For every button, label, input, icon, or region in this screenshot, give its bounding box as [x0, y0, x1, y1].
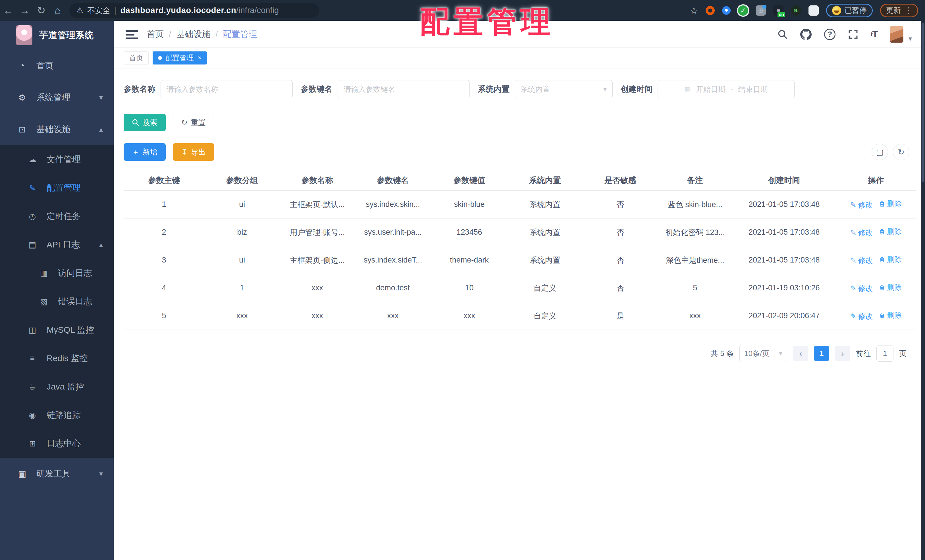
access-log-icon: ▥	[38, 268, 50, 278]
edit-link[interactable]: ✎修改	[850, 283, 873, 294]
github-icon[interactable]	[800, 29, 812, 40]
extension-pin-icon[interactable]	[722, 6, 731, 15]
table-cell: sys.index.sideT...	[355, 246, 431, 274]
date-start-placeholder: 开始日期	[696, 84, 726, 94]
extension-list-icon[interactable]: ≡cn	[773, 5, 783, 16]
edit-link[interactable]: ✎修改	[850, 228, 873, 238]
scrollbar[interactable]	[921, 21, 925, 560]
builtin-select[interactable]: 系统内置 ▾	[515, 80, 613, 98]
column-header: 操作	[836, 170, 916, 191]
trash-icon	[879, 284, 886, 291]
collapse-menu-icon[interactable]	[126, 28, 138, 40]
table-cell: theme-dark	[431, 246, 508, 274]
delete-link[interactable]: 删除	[879, 227, 902, 237]
sidebar-item-日志中心[interactable]: ⊞日志中心	[0, 429, 114, 458]
table-cell: 2021-01-05 17:03:48	[732, 191, 836, 218]
sidebar-item-访问日志[interactable]: ▥访问日志	[0, 259, 114, 287]
delete-link[interactable]: 删除	[879, 254, 902, 265]
delete-link[interactable]: 删除	[879, 310, 902, 320]
reload-icon[interactable]: ↻	[33, 5, 50, 17]
table-cell: biz	[204, 218, 280, 246]
sidebar-item-Java 监控[interactable]: ☕Java 监控	[0, 372, 114, 401]
tab-首页[interactable]: 首页	[124, 51, 149, 65]
sidebar-item-研发工具[interactable]: ▣研发工具▾	[0, 458, 114, 489]
main-content: 参数名称 参数键名 系统内置 系统内置 ▾ 创建时间 ▦ 开始日期 - 结束日期…	[114, 68, 925, 560]
kebab-menu-icon[interactable]: ⋮	[904, 6, 912, 15]
prev-page-button[interactable]: ‹	[793, 346, 808, 361]
delete-link[interactable]: 删除	[879, 199, 902, 209]
breadcrumb-item[interactable]: 首页	[147, 29, 164, 40]
home-icon[interactable]: ⌂	[50, 5, 66, 17]
goto-page-input[interactable]	[877, 345, 893, 362]
sidebar-item-首页[interactable]: ◔首页	[0, 50, 114, 81]
extension-orange-icon[interactable]	[706, 6, 715, 15]
scrollbar-thumb[interactable]	[922, 23, 924, 182]
app-logo[interactable]: 芋道管理系统	[0, 21, 114, 50]
tab-配置管理[interactable]: 配置管理×	[153, 51, 207, 65]
user-avatar[interactable]	[890, 26, 903, 43]
extensions-puzzle-icon[interactable]	[809, 5, 819, 16]
breadcrumb-item[interactable]: 基础设施	[176, 29, 210, 40]
address-bar[interactable]: ⚠ 不安全 | dashboard.yudao.iocoder.cn/infra…	[69, 3, 319, 18]
help-icon[interactable]: ?	[824, 29, 836, 40]
sidebar-item-文件管理[interactable]: ☁文件管理	[0, 145, 114, 174]
sidebar-item-API 日志[interactable]: ▤API 日志▴	[0, 230, 114, 259]
url-path: /infra/config	[236, 6, 279, 15]
sidebar-item-Redis 监控[interactable]: ≡Redis 监控	[0, 344, 114, 372]
bookmark-star-icon[interactable]: ☆	[690, 5, 698, 16]
close-icon[interactable]: ×	[198, 54, 202, 62]
delete-link[interactable]: 删除	[879, 282, 902, 292]
next-page-button[interactable]: ›	[835, 346, 850, 361]
zoom-table-button[interactable]: ▢	[872, 144, 888, 160]
eye-icon: ◉	[26, 411, 39, 420]
param-key-input[interactable]	[343, 85, 464, 94]
table-row: 3ui主框架页-侧边...sys.index.sideT...theme-dar…	[124, 246, 916, 274]
reset-button[interactable]: ↻ 重置	[173, 114, 214, 131]
table-cell: 用户管理-账号...	[280, 218, 355, 246]
sidebar-item-label: Java 监控	[47, 381, 84, 393]
redis-icon: ≡	[26, 354, 39, 363]
sidebar-item-错误日志[interactable]: ▧错误日志	[0, 287, 114, 316]
fullscreen-icon[interactable]	[848, 29, 858, 39]
extension-grid-icon[interactable]: ⊞	[756, 5, 766, 16]
sidebar-item-链路追踪[interactable]: ◉链路追踪	[0, 401, 114, 429]
sidebar-item-系统管理[interactable]: ⚙系统管理▾	[0, 81, 114, 113]
sidebar-item-label: 配置管理	[47, 182, 81, 194]
column-header: 参数键名	[355, 170, 431, 191]
search-icon[interactable]	[777, 29, 788, 39]
breadcrumb-item[interactable]: 配置管理	[223, 29, 257, 40]
paused-badge[interactable]: 已暂停	[826, 4, 873, 17]
plus-icon: ＋	[132, 147, 139, 157]
sidebar-item-基础设施[interactable]: ⊡基础设施▴	[0, 113, 114, 145]
extension-check-icon[interactable]: ✓	[738, 5, 748, 16]
edit-link[interactable]: ✎修改	[850, 312, 873, 321]
avatar-caret-icon[interactable]: ▾	[908, 35, 912, 43]
current-page-button[interactable]: 1	[814, 346, 829, 361]
export-button[interactable]: ↧ 导出	[173, 143, 214, 161]
security-warning-icon: ⚠	[76, 6, 83, 15]
extension-leaf-icon[interactable]: ❧	[791, 5, 801, 16]
actions-cell: ✎修改删除	[836, 246, 916, 274]
sidebar-item-配置管理[interactable]: ✎配置管理	[0, 174, 114, 202]
timer-icon: ◷	[26, 212, 39, 221]
add-button[interactable]: ＋ 新增	[124, 143, 166, 161]
filter-form: 参数名称 参数键名 系统内置 系统内置 ▾ 创建时间 ▦ 开始日期 - 结束日期	[124, 80, 803, 98]
sidebar-item-定时任务[interactable]: ◷定时任务	[0, 202, 114, 230]
edit-link[interactable]: ✎修改	[850, 200, 873, 210]
update-button[interactable]: 更新 ⋮	[880, 4, 918, 17]
sidebar-item-label: 错误日志	[58, 296, 92, 307]
param-name-input[interactable]	[167, 85, 287, 94]
search-button[interactable]: 搜索	[124, 114, 166, 131]
back-icon[interactable]: ←	[0, 5, 17, 17]
trash-icon	[879, 256, 886, 263]
font-size-icon[interactable]: tT	[871, 29, 877, 39]
table-cell: 2021-02-09 20:06:47	[732, 302, 836, 330]
edit-link[interactable]: ✎修改	[850, 256, 873, 266]
date-range-picker[interactable]: ▦ 开始日期 - 结束日期	[658, 80, 795, 98]
page-size-select[interactable]: 10条/页 ▾	[740, 345, 787, 362]
sidebar-item-MySQL 监控[interactable]: ◫MySQL 监控	[0, 316, 114, 344]
column-header: 参数主键	[124, 170, 204, 191]
log-center-icon: ⊞	[26, 439, 39, 449]
refresh-table-button[interactable]: ↻	[893, 144, 909, 160]
forward-icon[interactable]: →	[17, 5, 33, 17]
